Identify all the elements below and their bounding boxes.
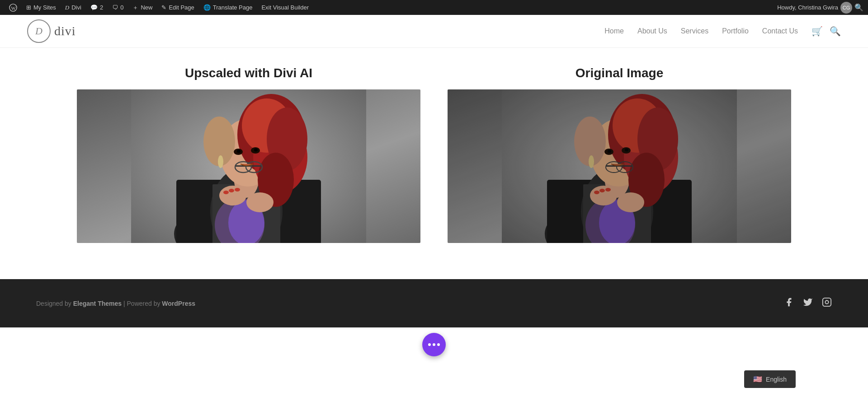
elegant-themes-link[interactable]: Elegant Themes	[73, 300, 122, 307]
nav-home[interactable]: Home	[604, 27, 624, 35]
fab-dot-2	[433, 343, 435, 346]
divi-logo-icon: D	[65, 4, 69, 11]
original-image	[448, 89, 791, 243]
upscaled-title: Upscaled with Divi AI	[185, 66, 312, 80]
svg-point-29	[229, 189, 234, 192]
svg-point-58	[599, 189, 605, 192]
wordpress-link[interactable]: WordPress	[162, 300, 195, 307]
cart-icon[interactable]: 🛒	[811, 26, 823, 37]
fab-dot-3	[437, 343, 440, 346]
comment-mod-icon: 🗨	[112, 4, 118, 11]
my-sites-label: My Sites	[33, 4, 56, 11]
upscaled-svg	[77, 89, 420, 243]
svg-text:W: W	[11, 5, 16, 10]
svg-point-30	[235, 188, 240, 191]
wp-icon: W	[9, 4, 17, 12]
user-greeting: Howdy, Christina Gwira	[777, 4, 838, 11]
nav-contact-us[interactable]: Contact Us	[762, 27, 798, 35]
footer-social	[784, 297, 832, 309]
floating-action-button[interactable]	[422, 333, 446, 356]
svg-point-59	[605, 188, 611, 191]
nav-services[interactable]: Services	[681, 27, 708, 35]
comments-count: 2	[100, 4, 103, 11]
logo-circle: D	[27, 19, 51, 43]
comments-button[interactable]: 💬 2	[86, 0, 108, 15]
svg-point-47	[589, 155, 594, 168]
translate-icon: 🌐	[203, 4, 211, 11]
images-grid: Upscaled with Divi AI	[36, 66, 832, 243]
footer-credit: Designed by Elegant Themes | Powered by …	[36, 300, 195, 307]
svg-point-26	[219, 186, 246, 206]
designed-by-text: Designed by	[36, 300, 71, 307]
my-sites-button[interactable]: ⊞ My Sites	[22, 0, 61, 15]
language-selector[interactable]: 🇺🇸 English	[744, 370, 796, 388]
search-nav-icon[interactable]: 🔍	[830, 26, 841, 37]
svg-point-21	[237, 150, 241, 153]
svg-point-50	[608, 150, 611, 153]
original-column: Original Image	[448, 66, 791, 243]
plus-icon: ＋	[132, 4, 138, 12]
avatar: CG	[840, 2, 852, 14]
exit-visual-builder-label: Exit Visual Builder	[261, 4, 309, 11]
svg-rect-60	[823, 298, 831, 306]
svg-point-22	[254, 149, 258, 152]
search-icon[interactable]: 🔍	[854, 3, 863, 12]
fab-dot-1	[428, 343, 431, 346]
new-button[interactable]: ＋ New	[128, 0, 157, 15]
edit-icon: ✎	[161, 4, 166, 11]
edit-page-label: Edit Page	[169, 4, 194, 11]
original-title: Original Image	[576, 66, 664, 80]
instagram-icon[interactable]	[822, 297, 832, 309]
sites-icon: ⊞	[26, 4, 31, 11]
translate-page-label: Translate Page	[213, 4, 253, 11]
main-nav: Home About Us Services Portfolio Contact…	[604, 26, 841, 37]
wp-logo-button[interactable]: W	[5, 0, 22, 15]
site-logo[interactable]: D divi	[27, 19, 76, 43]
svg-point-55	[590, 186, 617, 206]
svg-point-18	[218, 155, 223, 168]
logo-text: divi	[54, 24, 76, 38]
svg-point-28	[223, 191, 229, 194]
footer-pipe: | Powered by	[123, 300, 162, 307]
comment-mod-button[interactable]: 🗨 0	[108, 0, 128, 15]
original-svg	[448, 89, 791, 243]
svg-point-57	[594, 191, 599, 194]
logo-letter: D	[35, 25, 42, 37]
divi-button[interactable]: D Divi	[61, 0, 86, 15]
admin-bar-right: Howdy, Christina Gwira CG 🔍	[777, 2, 863, 14]
fab-dots	[428, 343, 440, 346]
exit-visual-builder-button[interactable]: Exit Visual Builder	[257, 0, 313, 15]
nav-icons: 🛒 🔍	[811, 26, 841, 37]
site-header: D divi Home About Us Services Portfolio …	[0, 15, 868, 48]
comment-mod-count: 0	[120, 4, 123, 11]
site-footer: Designed by Elegant Themes | Powered by …	[0, 279, 868, 327]
upscaled-column: Upscaled with Divi AI	[77, 66, 420, 243]
svg-point-27	[246, 192, 274, 212]
nav-portfolio[interactable]: Portfolio	[722, 27, 749, 35]
svg-point-56	[617, 192, 644, 212]
translate-page-button[interactable]: 🌐 Translate Page	[199, 0, 257, 15]
upscaled-image	[77, 89, 420, 243]
language-label: English	[766, 376, 787, 383]
divi-label: Divi	[71, 4, 81, 11]
admin-bar: W ⊞ My Sites D Divi 💬 2 🗨 0 ＋ New ✎ Edit…	[0, 0, 868, 15]
facebook-icon[interactable]	[784, 297, 794, 309]
flag-icon: 🇺🇸	[753, 375, 762, 383]
edit-page-button[interactable]: ✎ Edit Page	[157, 0, 198, 15]
twitter-icon[interactable]	[803, 297, 813, 309]
new-label: New	[141, 4, 152, 11]
comments-icon: 💬	[90, 4, 98, 11]
svg-point-51	[625, 149, 628, 152]
nav-about-us[interactable]: About Us	[637, 27, 667, 35]
main-content: Upscaled with Divi AI	[0, 48, 868, 279]
